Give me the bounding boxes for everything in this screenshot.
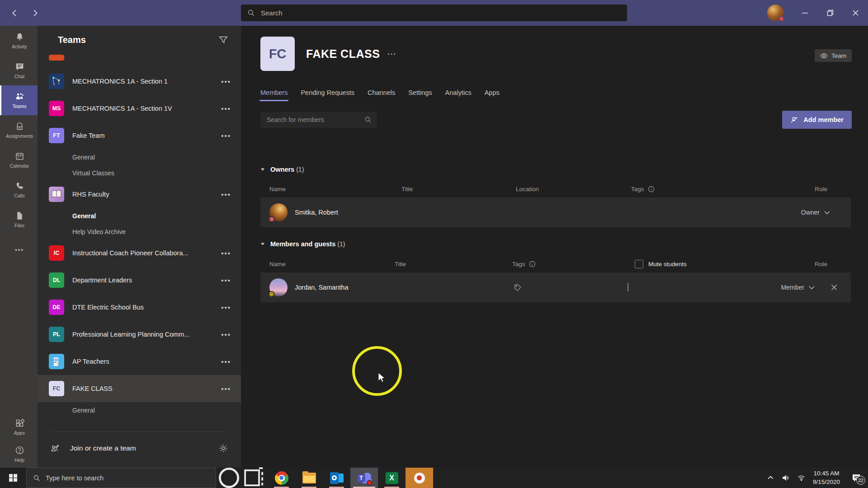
team-options-icon[interactable]: ⋯ [387, 48, 396, 59]
excel-icon: X [386, 472, 398, 484]
team-row-mechatronics-1v[interactable]: MS MECHATRONICS 1A - Section 1V ••• [38, 95, 241, 122]
chat-icon [15, 62, 24, 71]
add-member-button[interactable]: Add member [782, 111, 852, 129]
team-row-fake-team[interactable]: FT Fake Team ••• [38, 122, 241, 149]
tab-pending-requests[interactable]: Pending Requests [301, 89, 354, 101]
taskbar-app-teams[interactable]: T [350, 468, 378, 488]
rail-item-apps[interactable]: Apps [0, 413, 38, 441]
tab-apps[interactable]: Apps [485, 89, 500, 101]
more-apps-icon: ••• [15, 246, 24, 253]
member-search-input[interactable] [260, 112, 377, 128]
taskbar-app-file-explorer[interactable] [295, 468, 323, 488]
app-rail: Activity Chat Teams Assignments Calendar… [0, 26, 38, 468]
taskbar-app-chrome[interactable] [268, 468, 295, 488]
remove-member-icon[interactable] [831, 284, 837, 291]
wifi-icon[interactable] [794, 474, 809, 482]
team-privacy-button[interactable]: Team [815, 49, 852, 62]
rail-item-more[interactable]: ••• [0, 235, 38, 264]
mute-student-checkbox[interactable] [627, 283, 628, 291]
close-button[interactable] [843, 0, 868, 26]
taskbar-clock[interactable]: 10:45 AM 9/15/2020 [813, 469, 840, 487]
tab-members[interactable]: Members [260, 89, 288, 101]
team-row-fake-class[interactable]: FC FAKE CLASS ••• [38, 375, 241, 402]
rail-item-calls[interactable]: Calls [0, 175, 38, 205]
taskbar-search[interactable]: Type here to search [26, 468, 216, 488]
channel-virtual-classes[interactable]: Virtual Classes [38, 165, 241, 181]
rail-item-teams[interactable]: Teams [0, 85, 38, 115]
filter-icon[interactable] [218, 35, 228, 45]
windows-logo-icon [9, 474, 17, 482]
taskbar-app-screen-recorder[interactable] [406, 468, 433, 488]
team-row-rhs-faculty[interactable]: RHS Faculty ••• [38, 181, 241, 208]
channel-general-fake-class[interactable]: General [38, 402, 241, 418]
tab-analytics[interactable]: Analytics [445, 89, 472, 101]
team-row-ap-teachers[interactable]: AP Teachers ••• [38, 348, 241, 375]
rail-item-assignments[interactable]: Assignments [0, 115, 38, 145]
members-section-header: Members and guests (1) [260, 240, 345, 248]
start-button[interactable] [0, 468, 26, 488]
teams-app-window: Activity Chat Teams Assignments Calendar… [0, 0, 868, 488]
team-more-icon[interactable]: ••• [221, 385, 231, 393]
rail-item-files[interactable]: Files [0, 205, 38, 235]
forward-icon[interactable] [30, 8, 40, 18]
team-initials-icon: IC [49, 245, 64, 261]
info-icon[interactable] [648, 186, 655, 192]
tray-chevron-up-icon[interactable] [763, 474, 778, 482]
team-more-icon[interactable]: ••• [221, 105, 231, 113]
team-more-icon[interactable]: ••• [221, 331, 231, 338]
taskbar-app-excel[interactable]: X [378, 468, 406, 488]
member-row-jordan-samantha[interactable]: Jordan, Samantha Member [260, 272, 851, 302]
tab-settings[interactable]: Settings [408, 89, 432, 101]
info-icon[interactable] [529, 261, 536, 267]
partial-team-icon[interactable] [49, 55, 64, 61]
tab-channels[interactable]: Channels [368, 89, 395, 101]
channel-general-fake-team[interactable]: General [38, 149, 241, 165]
team-image-circuit [49, 74, 64, 89]
team-row-professional-learning[interactable]: PL Professional Learning Planning Comm..… [38, 321, 241, 348]
back-icon[interactable] [10, 8, 20, 18]
team-more-icon[interactable]: ••• [221, 304, 231, 311]
minimize-button[interactable] [792, 0, 817, 26]
team-more-icon[interactable]: ••• [221, 358, 231, 366]
action-center-button[interactable]: 22 [844, 468, 868, 488]
profile-avatar[interactable] [767, 5, 784, 21]
team-more-icon[interactable]: ••• [221, 191, 231, 198]
team-more-icon[interactable]: ••• [221, 277, 231, 284]
channel-help-video-archive[interactable]: Help Video Archive [38, 224, 241, 239]
screen-recorder-icon [414, 473, 425, 483]
cortana-button[interactable] [216, 468, 242, 488]
team-more-icon[interactable]: ••• [221, 78, 231, 85]
team-tabs: Members Pending Requests Channels Settin… [260, 89, 500, 101]
role-dropdown[interactable]: Owner [774, 209, 851, 216]
rail-item-activity[interactable]: Activity [0, 26, 38, 56]
maximize-button[interactable] [817, 0, 843, 26]
taskbar-app-outlook[interactable] [323, 468, 350, 488]
volume-icon[interactable] [778, 474, 794, 482]
team-row-department-leaders[interactable]: DL Department Leaders ••• [38, 267, 241, 294]
rail-item-help[interactable]: Help [0, 441, 38, 468]
join-or-create-team-link[interactable]: Join or create a team [70, 444, 218, 452]
team-row-mechatronics-1[interactable]: MECHATRONICS 1A - Section 1 ••• [38, 68, 241, 95]
team-management-panel: FC FAKE CLASS ⋯ Team Members Pending Req… [241, 26, 868, 468]
team-more-icon[interactable]: ••• [221, 132, 231, 140]
team-initials-icon: FC [49, 381, 64, 396]
team-more-icon[interactable]: ••• [221, 249, 231, 257]
team-row-instructional-coach[interactable]: IC Instructional Coach Pioneer Collabora… [38, 239, 241, 267]
rail-item-chat[interactable]: Chat [0, 56, 38, 85]
mute-all-checkbox[interactable] [635, 260, 643, 268]
gear-icon[interactable] [218, 443, 228, 453]
channel-general-rhs-unread[interactable]: General [38, 208, 241, 224]
owner-row-smitka-robert[interactable]: Smitka, Robert Owner [260, 197, 851, 227]
manage-tags-icon[interactable] [503, 283, 626, 292]
team-initials-icon: DE [49, 300, 64, 315]
collapse-triangle-icon[interactable] [260, 167, 265, 172]
team-row-dte-electric[interactable]: DE DTE Electric School Bus ••• [38, 294, 241, 321]
teams-people-icon [15, 92, 24, 101]
role-dropdown[interactable]: Member [781, 284, 804, 291]
global-search-input[interactable] [241, 5, 627, 21]
collapse-triangle-icon[interactable] [260, 242, 265, 246]
rail-item-calendar[interactable]: Calendar [0, 145, 38, 175]
chevron-down-icon[interactable] [809, 286, 815, 290]
task-view-button[interactable] [242, 468, 268, 488]
windows-taskbar: Type here to search T X [0, 468, 868, 488]
